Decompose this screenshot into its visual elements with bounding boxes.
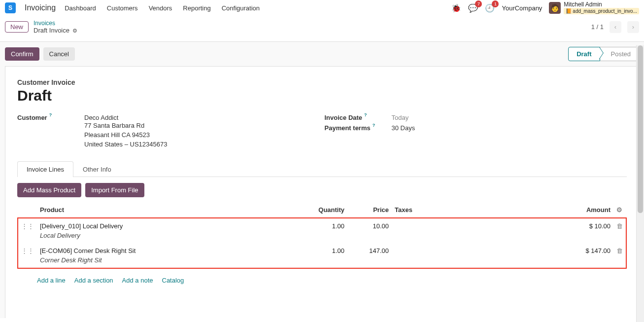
tab-invoice-lines[interactable]: Invoice Lines: [17, 161, 73, 177]
gear-icon[interactable]: ⚙: [72, 28, 77, 34]
payment-terms-value: 30 Days: [392, 124, 415, 132]
delete-row-icon[interactable]: 🗑: [616, 247, 623, 254]
terms-section: [17, 299, 627, 314]
doc-type: Customer Invoice: [17, 78, 627, 86]
line-price[interactable]: 10.00: [347, 218, 392, 243]
invoice-lines-table: Product Quantity Price Taxes Amount ⚙ ⋮⋮…: [17, 202, 627, 269]
messages-badge: 7: [475, 0, 482, 7]
payment-terms-field[interactable]: 30 Days: [392, 124, 415, 132]
help-icon[interactable]: ?: [373, 123, 375, 131]
cancel-button[interactable]: Cancel: [43, 47, 75, 61]
user-menu[interactable]: 🧑 Mitchell Admin 📙 add_mass_product_in_i…: [549, 1, 639, 14]
top-right: 🐞 💬7 🕘1 YourCompany 🧑 Mitchell Admin 📙 a…: [451, 1, 639, 14]
line-qty[interactable]: 1.00: [303, 218, 347, 243]
status-posted[interactable]: Posted: [600, 47, 639, 61]
add-mass-product-button[interactable]: Add Mass Product: [17, 183, 81, 197]
table-row[interactable]: ⋮⋮ [E-COM06] Corner Desk Right Sit Corne…: [18, 243, 626, 268]
line-price[interactable]: 147.00: [347, 243, 392, 268]
avatar: 🧑: [549, 2, 561, 14]
line-product-name[interactable]: [E-COM06] Corner Desk Right Sit: [40, 247, 300, 254]
help-icon[interactable]: ?: [49, 113, 52, 120]
col-quantity[interactable]: Quantity: [303, 202, 347, 218]
breadcrumb-current: Draft Invoice ⚙: [34, 27, 77, 35]
menu-dashboard[interactable]: Dashboard: [65, 4, 96, 12]
customer-name: Deco Addict: [84, 114, 167, 121]
menu-vendors[interactable]: Vendors: [149, 4, 172, 12]
add-section-link[interactable]: Add a section: [74, 277, 113, 284]
line-amount: $ 147.00: [564, 243, 613, 268]
menu-configuration[interactable]: Configuration: [222, 4, 260, 12]
breadcrumb-row: New Invoices Draft Invoice ⚙ 1 / 1 ‹ ›: [0, 16, 644, 41]
customer-label: Customer ?: [17, 114, 76, 121]
scrollbar-thumb[interactable]: [638, 45, 643, 213]
col-taxes[interactable]: Taxes: [392, 202, 564, 218]
line-amount: $ 10.00: [564, 218, 613, 243]
pager: 1 / 1 ‹ ›: [591, 21, 639, 33]
form-scroll[interactable]: Confirm Cancel Draft Posted Customer Inv…: [0, 41, 644, 318]
database-name: add_mass_product_in_invo...: [573, 8, 637, 14]
col-product[interactable]: Product: [37, 202, 303, 218]
customer-addr1: 77 Santa Barbara Rd: [84, 121, 167, 131]
drag-handle-icon[interactable]: ⋮⋮: [21, 247, 34, 254]
breadcrumb-link[interactable]: Invoices: [34, 20, 77, 27]
pager-next-icon[interactable]: ›: [627, 21, 639, 33]
page-title: Draft: [17, 87, 627, 104]
customer-addr2: Pleasant Hill CA 94523: [84, 131, 167, 140]
status-draft[interactable]: Draft: [568, 47, 600, 61]
top-menu-bar: S Invoicing Dashboard Customers Vendors …: [0, 0, 644, 16]
line-qty[interactable]: 1.00: [303, 243, 347, 268]
user-name: Mitchell Admin: [564, 1, 639, 8]
pager-text[interactable]: 1 / 1: [591, 23, 604, 31]
menu-reporting[interactable]: Reporting: [183, 4, 210, 12]
add-note-link[interactable]: Add a note: [122, 277, 153, 284]
tabs: Invoice Lines Other Info: [17, 161, 627, 177]
status-action-bar: Confirm Cancel Draft Posted: [5, 42, 639, 66]
column-settings-icon[interactable]: ⚙: [616, 206, 622, 214]
add-links: Add a line Add a section Add a note Cata…: [17, 269, 627, 284]
debug-icon[interactable]: 🐞: [451, 3, 461, 13]
company-switcher[interactable]: YourCompany: [502, 4, 542, 12]
line-product-desc: Local Delivery: [40, 232, 300, 239]
line-taxes[interactable]: [392, 243, 564, 268]
table-row[interactable]: ⋮⋮ [Delivery_010] Local Delivery Local D…: [18, 218, 626, 243]
activities-icon[interactable]: 🕘1: [485, 3, 495, 13]
scrollbar[interactable]: [636, 45, 644, 318]
app-name[interactable]: Invoicing: [25, 3, 56, 12]
line-taxes[interactable]: [392, 218, 564, 243]
customer-field[interactable]: Deco Addict 77 Santa Barbara Rd Pleasant…: [84, 114, 167, 149]
menu-customers[interactable]: Customers: [107, 4, 138, 12]
invoice-date-value: Today: [392, 114, 409, 121]
highlighted-rows: ⋮⋮ [Delivery_010] Local Delivery Local D…: [18, 218, 626, 268]
confirm-button[interactable]: Confirm: [5, 47, 39, 61]
col-price[interactable]: Price: [347, 202, 392, 218]
new-button[interactable]: New: [5, 21, 29, 33]
top-menu: Dashboard Customers Vendors Reporting Co…: [65, 4, 260, 12]
help-icon[interactable]: ?: [364, 113, 367, 120]
form-sheet: Customer Invoice Draft Customer ? Deco A…: [5, 66, 639, 318]
app-icon[interactable]: S: [5, 2, 16, 13]
customer-addr3: United States – US12345673: [84, 140, 167, 149]
status-bar: Draft Posted: [568, 47, 639, 61]
import-from-file-button[interactable]: Import From File: [85, 183, 144, 197]
messages-icon[interactable]: 💬7: [468, 3, 478, 13]
line-product-desc: Corner Desk Right Sit: [40, 256, 300, 264]
database-tag: 📙 add_mass_product_in_invo...: [564, 8, 639, 14]
line-product-name[interactable]: [Delivery_010] Local Delivery: [40, 222, 300, 230]
activities-badge: 1: [492, 0, 499, 7]
catalog-link[interactable]: Catalog: [162, 277, 184, 284]
add-line-link[interactable]: Add a line: [37, 277, 66, 284]
invoice-date-field[interactable]: Today: [392, 114, 409, 121]
tab-other-info[interactable]: Other Info: [73, 161, 121, 177]
breadcrumb-current-text: Draft Invoice: [34, 27, 69, 35]
pager-prev-icon[interactable]: ‹: [610, 21, 621, 33]
delete-row-icon[interactable]: 🗑: [616, 222, 623, 230]
invoice-date-label: Invoice Date ?: [325, 114, 384, 121]
col-amount[interactable]: Amount: [564, 202, 613, 218]
drag-handle-icon[interactable]: ⋮⋮: [21, 222, 34, 230]
payment-terms-label: Payment terms ?: [325, 124, 384, 132]
